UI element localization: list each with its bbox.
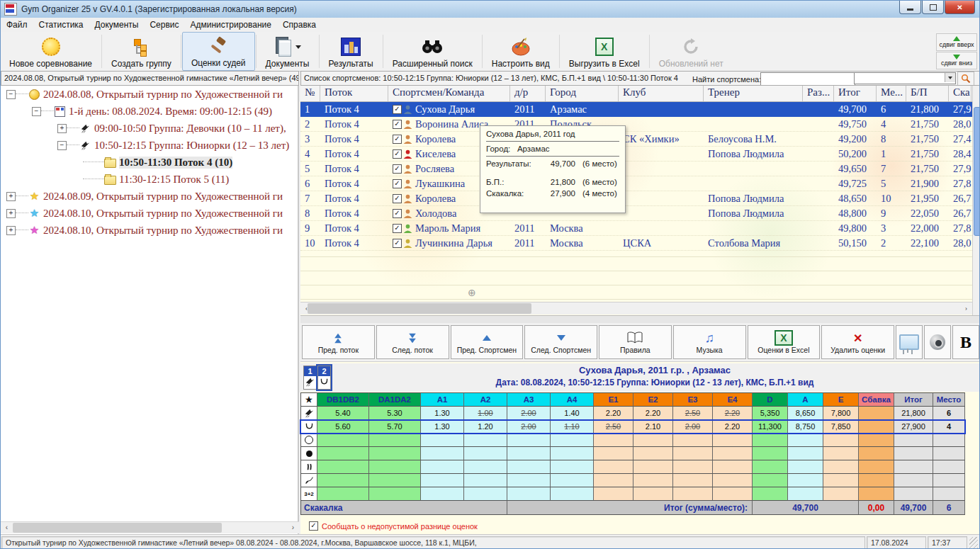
athlete-checkbox[interactable]: ✓	[393, 164, 402, 174]
athlete-checkbox[interactable]: ✓	[393, 135, 402, 144]
athlete-vertical-scrollbar[interactable]	[972, 86, 980, 315]
column-header-7[interactable]: Раз...	[803, 86, 834, 101]
shift-down-button[interactable]: сдвиг вниз	[936, 52, 977, 69]
score-row-clubs[interactable]	[300, 460, 965, 474]
scroll-left-icon[interactable]: ‹	[1, 523, 12, 533]
excel-button[interactable]: XОценки в Excel	[748, 325, 821, 359]
score-cell[interactable]: 11,300	[753, 420, 788, 434]
column-header-2[interactable]: Спортсмен/Команда	[388, 86, 510, 101]
expand-icon[interactable]: +	[6, 192, 16, 201]
column-header-0[interactable]: №	[300, 86, 320, 101]
tree-node[interactable]: −10:50-12:15 Группа: Юниорки (12 – 13 ле…	[1, 137, 298, 154]
score-cell[interactable]: 1.40	[551, 407, 594, 420]
score-cell[interactable]	[594, 434, 633, 447]
score-cell[interactable]	[753, 447, 788, 460]
score-cell[interactable]	[859, 434, 894, 447]
score-cell[interactable]: 5.70	[369, 420, 421, 434]
score-cell[interactable]	[633, 460, 673, 474]
score-cell[interactable]	[788, 434, 823, 447]
minimize-button[interactable]	[899, 1, 921, 14]
score-row-plus32[interactable]: 3+2	[300, 487, 965, 501]
score-cell[interactable]	[551, 474, 594, 487]
score-cell[interactable]	[753, 487, 788, 501]
score-cell[interactable]	[894, 460, 933, 474]
refresh-button[interactable]: Обновлений нет	[650, 32, 732, 71]
score-row-rope[interactable]: 5.605.701.301.202.001.102.502.102.002.20…	[300, 420, 965, 434]
score-cell[interactable]	[369, 474, 421, 487]
tree-node[interactable]: +★2024.08.10, Открытый турнир по Художес…	[1, 205, 298, 222]
score-cell[interactable]	[933, 434, 965, 447]
score-cell[interactable]	[317, 447, 369, 460]
athlete-checkbox[interactable]: ✓	[393, 209, 402, 218]
close-button[interactable]: ✕	[945, 1, 975, 14]
score-cell[interactable]	[673, 434, 713, 447]
score-cell[interactable]: 5.30	[369, 407, 421, 420]
score-cell[interactable]	[673, 447, 713, 460]
score-cell[interactable]	[673, 460, 713, 474]
score-cell[interactable]	[507, 447, 551, 460]
tree-node[interactable]: 10:50-11:30 Поток 4 (10)	[1, 154, 298, 171]
athlete-row[interactable]: 2Поток 4✓Воронина Алиса2011Подольск49,75…	[300, 117, 972, 132]
score-cell[interactable]	[594, 474, 633, 487]
athlete-row[interactable]: 7Поток 4✓КоролеваПопова Людмила48,650102…	[300, 191, 972, 206]
score-cell[interactable]: 8,650	[788, 407, 823, 420]
scrollbar-thumb[interactable]	[308, 303, 531, 314]
advanced-search-button[interactable]: Расширенный поиск	[384, 32, 481, 71]
warning-checkbox[interactable]: ✓	[309, 521, 318, 531]
score-cell[interactable]: 2.20	[594, 407, 633, 420]
next-athlete-button[interactable]: След. Спортсмен	[524, 325, 597, 359]
menu-Сервис[interactable]: Сервис	[144, 18, 184, 31]
score-cell[interactable]: 1.20	[464, 420, 507, 434]
score-cell[interactable]	[421, 434, 464, 447]
score-cell[interactable]	[421, 474, 464, 487]
score-cell[interactable]: 5,350	[753, 407, 788, 420]
athlete-horizontal-scrollbar[interactable]: ‹ ›	[300, 302, 972, 315]
score-cell[interactable]	[594, 460, 633, 474]
score-cell[interactable]: 2.00	[507, 420, 551, 434]
next-flow-button[interactable]: След. поток	[376, 325, 449, 359]
score-cell[interactable]	[594, 447, 633, 460]
score-cell[interactable]	[464, 434, 507, 447]
column-header-9[interactable]: Ме...	[877, 86, 906, 101]
column-header-10[interactable]: Б/П	[906, 86, 949, 101]
column-header-11[interactable]: Ска	[949, 86, 971, 101]
tree-node[interactable]: 11:30-12:15 Поток 5 (11)	[1, 171, 298, 188]
score-cell[interactable]: 6	[933, 407, 965, 420]
score-cell[interactable]	[551, 434, 594, 447]
score-cell[interactable]: 27,900	[894, 420, 933, 434]
score-cell[interactable]	[823, 487, 859, 501]
score-cell[interactable]: 2.50	[673, 407, 713, 420]
scrollbar-thumb[interactable]	[13, 523, 222, 533]
score-cell[interactable]	[859, 487, 894, 501]
score-cell[interactable]: 21,800	[894, 407, 933, 420]
athlete-row[interactable]: 9Поток 4✓Мароль Мария2011Москва49,800322…	[300, 221, 972, 236]
score-row-ribbon[interactable]	[300, 474, 965, 487]
score-cell[interactable]	[753, 474, 788, 487]
score-cell[interactable]	[713, 434, 753, 447]
score-cell[interactable]	[788, 487, 823, 501]
athlete-checkbox[interactable]: ✓	[393, 194, 402, 203]
configure-view-button[interactable]: Настроить вид	[483, 32, 558, 71]
score-cell[interactable]: 1.10	[551, 420, 594, 434]
score-cell[interactable]: 7,800	[823, 407, 859, 420]
judge-scores-button[interactable]: Оценки судей	[182, 32, 255, 71]
documents-button[interactable]: Документы	[257, 32, 318, 71]
score-cell[interactable]: 5.60	[317, 420, 369, 434]
apparatus-tab-1[interactable]: 1	[303, 366, 317, 390]
expand-icon[interactable]: +	[6, 226, 16, 235]
athlete-row[interactable]: 3Поток 4✓КоролеваСК «Химки»Белоусова Н.М…	[300, 132, 972, 147]
score-cell[interactable]: 2.10	[633, 420, 673, 434]
score-cell[interactable]: 1.30	[421, 407, 464, 420]
column-header-5[interactable]: Клуб	[619, 86, 704, 101]
score-cell[interactable]: 2.50	[594, 420, 633, 434]
score-cell[interactable]	[369, 460, 421, 474]
delete-scores-button[interactable]: ✕Удалить оценки	[821, 325, 894, 359]
tree-horizontal-scrollbar[interactable]: ‹ ›	[1, 521, 299, 533]
projector-screen-button[interactable]	[896, 325, 923, 359]
shift-up-button[interactable]: сдвиг вверх	[936, 33, 977, 51]
score-cell[interactable]: 7,850	[823, 420, 859, 434]
results-button[interactable]: Результаты	[320, 32, 382, 71]
score-cell[interactable]	[369, 434, 421, 447]
score-cell[interactable]	[859, 460, 894, 474]
menu-Статистика[interactable]: Статистика	[33, 18, 89, 31]
